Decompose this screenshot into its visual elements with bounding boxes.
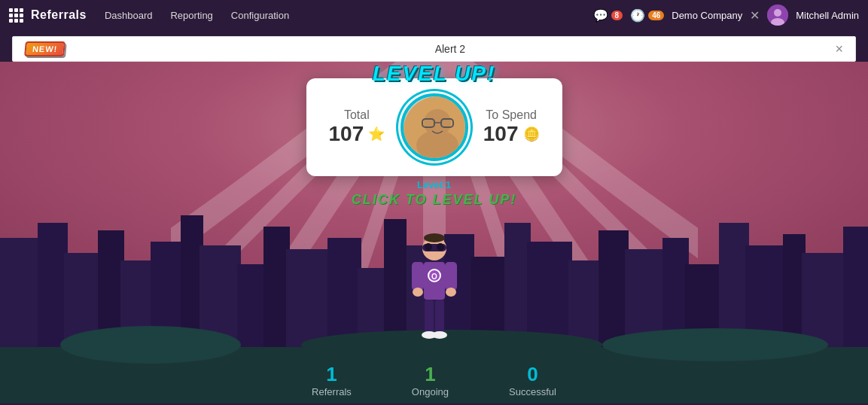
svg-point-62 xyxy=(432,331,447,339)
user-profile-avatar xyxy=(400,93,468,161)
svg-point-58 xyxy=(446,288,456,297)
svg-rect-25 xyxy=(286,249,331,347)
svg-rect-59 xyxy=(425,300,434,333)
nav-right: 💬 8 🕐 46 Demo Company ✕ Mitchell Admin xyxy=(593,5,859,26)
ongoing-stat: 1 Ongoing xyxy=(412,363,449,397)
svg-rect-24 xyxy=(263,227,290,347)
svg-point-46 xyxy=(602,328,828,361)
total-label: Total xyxy=(329,108,385,122)
svg-rect-42 xyxy=(802,253,847,347)
to-spend-value: 107 🪙 xyxy=(483,122,540,146)
settings-icon[interactable]: ✕ xyxy=(750,8,760,23)
total-value: 107 ⭐ xyxy=(329,122,385,146)
user-avatar xyxy=(767,5,788,26)
to-spend-stat: To Spend 107 🪙 xyxy=(483,108,540,146)
alert-title: Alert 2 xyxy=(435,43,465,55)
alert-bar: NEW! Alert 2 × xyxy=(12,36,856,62)
star-icon: ⭐ xyxy=(368,126,385,142)
svg-rect-32 xyxy=(504,223,531,347)
referrals-label: Referrals xyxy=(312,386,352,397)
successful-value: 0 xyxy=(509,363,556,386)
svg-point-57 xyxy=(413,288,423,297)
svg-rect-55 xyxy=(412,262,424,291)
svg-point-51 xyxy=(424,233,445,242)
apps-menu-icon[interactable] xyxy=(9,8,23,23)
clock-icon: 🕐 xyxy=(630,8,645,23)
svg-rect-33 xyxy=(527,242,572,347)
svg-point-50 xyxy=(437,243,444,251)
successful-stat: 0 Successful xyxy=(509,363,556,397)
svg-rect-34 xyxy=(568,260,602,347)
new-badge: NEW! xyxy=(24,41,65,56)
svg-rect-26 xyxy=(327,238,361,347)
svg-rect-60 xyxy=(435,300,444,333)
svg-rect-16 xyxy=(38,223,68,347)
hero-character: O xyxy=(404,232,464,352)
svg-point-65 xyxy=(416,130,458,160)
nav-left: Referrals Dashboard Reporting Configurat… xyxy=(9,7,297,24)
svg-rect-28 xyxy=(384,219,407,347)
main-nav: Dashboard Reporting Configuration xyxy=(97,7,297,24)
svg-rect-56 xyxy=(445,262,457,291)
svg-point-44 xyxy=(60,326,241,364)
svg-point-49 xyxy=(425,243,432,251)
referrals-value: 1 xyxy=(312,363,352,386)
svg-rect-35 xyxy=(598,230,629,347)
top-navigation: Referrals Dashboard Reporting Configurat… xyxy=(0,0,868,30)
click-to-level-button[interactable]: Click to level up! xyxy=(352,192,516,208)
company-name: Demo Company xyxy=(672,10,742,21)
messages-button[interactable]: 💬 8 xyxy=(593,8,623,23)
messages-count: 8 xyxy=(611,11,623,20)
svg-point-1 xyxy=(774,9,781,17)
level-label: Level:1 xyxy=(417,179,451,190)
main-content: O Level Up! Total 107 ⭐ xyxy=(0,62,868,403)
svg-text:O: O xyxy=(431,273,437,281)
nav-dashboard[interactable]: Dashboard xyxy=(97,7,160,24)
svg-rect-23 xyxy=(237,264,267,347)
coin-icon: 🪙 xyxy=(523,126,540,142)
svg-rect-43 xyxy=(843,227,868,347)
ongoing-value: 1 xyxy=(412,363,449,386)
nav-reporting[interactable]: Reporting xyxy=(163,7,220,24)
ongoing-label: Ongoing xyxy=(412,386,449,397)
user-name: Mitchell Admin xyxy=(796,10,859,21)
levelup-title: Level Up! xyxy=(373,62,496,86)
chat-icon: 💬 xyxy=(593,8,608,23)
referrals-stat: 1 Referrals xyxy=(312,363,352,397)
to-spend-label: To Spend xyxy=(483,108,540,122)
total-stat: Total 107 ⭐ xyxy=(329,108,385,146)
nav-configuration[interactable]: Configuration xyxy=(224,7,297,24)
stats-footer: 1 Referrals 1 Ongoing 0 Successful xyxy=(0,363,868,397)
levelup-container: Level Up! Total 107 ⭐ xyxy=(299,62,570,208)
successful-label: Successful xyxy=(509,386,556,397)
activity-button[interactable]: 🕐 46 xyxy=(630,8,664,23)
levelup-card: Total 107 ⭐ xyxy=(306,78,562,176)
app-title: Referrals xyxy=(31,8,87,22)
activity-count: 46 xyxy=(648,11,664,20)
alert-close-button[interactable]: × xyxy=(835,42,843,56)
